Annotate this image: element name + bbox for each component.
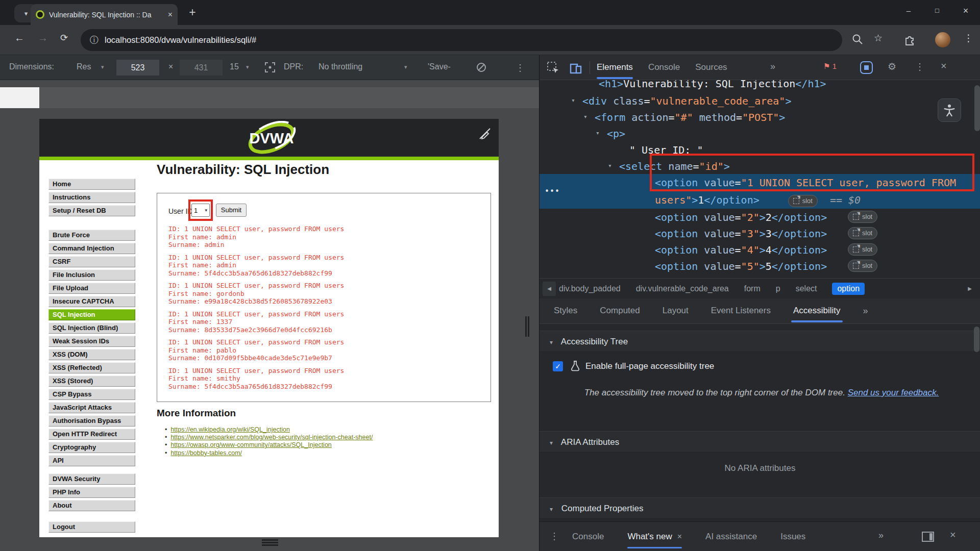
bookmark-star-icon[interactable]: ☆ — [874, 32, 883, 44]
dom-tree-row[interactable]: <option value="4">4</option>slot — [540, 241, 980, 258]
close-window-button[interactable]: × — [951, 0, 980, 22]
theme-toggle-icon[interactable] — [478, 127, 492, 140]
more-pane-tabs-icon[interactable]: » — [863, 298, 868, 323]
row-menu-icon[interactable]: ••• — [545, 183, 560, 199]
breadcrumb-option[interactable]: option — [832, 283, 865, 295]
browser-tab[interactable]: Vulnerability: SQL Injection :: Da × — [31, 4, 178, 25]
menu-item-open-http-redirect[interactable]: Open HTTP Redirect — [48, 429, 135, 440]
menu-item-file-upload[interactable]: File Upload — [48, 283, 135, 294]
section-accessibility-tree[interactable]: ▾ Accessibility Tree — [540, 331, 980, 352]
site-info-icon[interactable]: ⓘ — [90, 34, 99, 46]
throttling-dropdown[interactable]: No throttling — [318, 62, 362, 71]
expand-arrow-icon[interactable]: ▾ — [608, 158, 612, 174]
viewport-resize-handle-bottom[interactable] — [262, 539, 278, 546]
dock-panel-icon[interactable] — [921, 530, 935, 543]
menu-item-csp-bypass[interactable]: CSP Bypass — [48, 389, 135, 400]
menu-item-file-inclusion[interactable]: File Inclusion — [48, 269, 135, 281]
menu-item-api[interactable]: API — [48, 455, 135, 466]
external-link[interactable]: https://en.wikipedia.org/wiki/SQL_inject… — [170, 426, 289, 433]
breadcrumb-p[interactable]: p — [776, 284, 780, 293]
feedback-link[interactable]: Send us your feedback. — [848, 388, 939, 397]
close-drawer-icon[interactable]: × — [950, 529, 956, 541]
breadcrumb-left-icon[interactable]: ◀ — [543, 282, 556, 296]
dom-tree-row[interactable]: <option value="3">3</option>slot — [540, 225, 980, 241]
menu-item-setup-reset-db[interactable]: Setup / Reset DB — [48, 205, 135, 216]
pane-tab-computed[interactable]: Computed — [600, 298, 640, 323]
drawer-tab-console[interactable]: Console — [572, 522, 604, 551]
breadcrumb-right-icon[interactable]: ▶ — [963, 282, 976, 296]
expand-arrow-icon[interactable]: ▾ — [583, 109, 587, 125]
breadcrumb-select[interactable]: select — [796, 284, 817, 293]
slot-badge[interactable]: slot — [848, 227, 877, 239]
menu-item-sql-injection-blind-[interactable]: SQL Injection (Blind) — [48, 322, 135, 334]
pane-scrollbar[interactable] — [974, 327, 979, 352]
dom-tree-row[interactable]: ▾<p> — [540, 125, 980, 141]
section-computed-properties[interactable]: ▾ Computed Properties — [540, 497, 980, 519]
dom-tree-row[interactable]: <option value="5">5</option>slot — [540, 258, 980, 274]
devtools-feature-icon[interactable] — [860, 61, 873, 74]
viewport-resize-handle-right[interactable] — [525, 316, 530, 337]
menu-item-command-injection[interactable]: Command Injection — [48, 243, 135, 254]
fullpage-a11y-checkbox[interactable]: ✓ — [553, 361, 563, 371]
devtools-tab-console[interactable]: Console — [648, 55, 680, 80]
dom-tree-row[interactable]: ▾<form action="#" method="POST"> — [540, 109, 980, 125]
menu-item-php-info[interactable]: PHP Info — [48, 487, 135, 498]
devtools-tab-sources[interactable]: Sources — [695, 55, 727, 80]
profile-avatar[interactable] — [935, 32, 950, 47]
throttling-disabled-icon[interactable] — [476, 62, 487, 73]
slot-badge[interactable]: slot — [848, 211, 877, 223]
menu-item-instructions[interactable]: Instructions — [48, 192, 135, 203]
section-aria-attributes[interactable]: ▾ ARIA Attributes — [540, 431, 980, 453]
viewport-height-input[interactable]: 431 — [180, 60, 223, 76]
more-tabs-icon[interactable]: » — [770, 61, 775, 72]
drawer-menu-icon[interactable]: ⋮ — [550, 531, 559, 542]
expand-arrow-icon[interactable]: ▾ — [596, 125, 600, 141]
accessibility-tree-button[interactable] — [938, 98, 961, 122]
close-icon[interactable]: × — [677, 522, 682, 551]
maximize-button[interactable]: □ — [923, 0, 951, 22]
tab-close-icon[interactable]: × — [168, 10, 173, 19]
pane-tab-styles[interactable]: Styles — [554, 298, 577, 323]
new-tab-button[interactable]: + — [185, 5, 200, 20]
capture-area-icon[interactable] — [264, 62, 276, 73]
slot-badge[interactable]: slot — [788, 195, 818, 207]
breadcrumb-div-vulnerable-code-area[interactable]: div.vulnerable_code_area — [636, 284, 729, 293]
menu-item-home[interactable]: Home — [48, 179, 135, 190]
slot-badge[interactable]: slot — [848, 260, 877, 272]
minimize-button[interactable]: – — [894, 0, 923, 22]
zoom-indicator-icon[interactable] — [851, 33, 864, 45]
external-link[interactable]: https://bobby-tables.com/ — [170, 449, 242, 457]
viewport-width-input[interactable]: 523 — [116, 60, 159, 76]
menu-item-brute-force[interactable]: Brute Force — [48, 230, 135, 241]
breadcrumb-div-body-padded[interactable]: div.body_padded — [559, 284, 621, 293]
devtools-tab-elements[interactable]: Elements — [597, 55, 633, 80]
external-link[interactable]: https://www.netsparker.com/blog/web-secu… — [170, 434, 373, 441]
menu-item-weak-session-ids[interactable]: Weak Session IDs — [48, 336, 135, 347]
drawer-more-tabs-icon[interactable]: » — [878, 530, 884, 541]
menu-item-logout[interactable]: Logout — [48, 521, 135, 533]
submit-button[interactable]: Submit — [216, 204, 247, 217]
inspect-element-icon[interactable] — [547, 61, 560, 74]
extensions-puzzle-icon[interactable] — [903, 34, 916, 46]
breadcrumb-form[interactable]: form — [744, 284, 761, 293]
slot-badge[interactable]: slot — [848, 243, 877, 256]
drawer-tab-ai-assistance[interactable]: AI assistance — [705, 522, 757, 551]
settings-gear-icon[interactable]: ⚙ — [888, 61, 896, 72]
pane-tab-accessibility[interactable]: Accessibility — [793, 298, 841, 323]
save-dropdown[interactable]: 'Save- — [428, 62, 451, 71]
menu-item-xss-stored-[interactable]: XSS (Stored) — [48, 375, 135, 387]
browser-menu-icon[interactable]: ⋮ — [964, 32, 973, 44]
device-toolbar-menu-icon[interactable]: ⋮ — [516, 62, 525, 73]
menu-item-insecure-captcha[interactable]: Insecure CAPTCHA — [48, 296, 135, 307]
back-button[interactable]: ← — [14, 32, 24, 44]
menu-item-sql-injection[interactable]: SQL Injection — [48, 309, 135, 320]
close-devtools-icon[interactable]: × — [941, 60, 947, 72]
menu-item-about[interactable]: About — [48, 500, 135, 511]
menu-item-xss-dom-[interactable]: XSS (DOM) — [48, 349, 135, 360]
expand-arrow-icon[interactable]: ▾ — [571, 92, 575, 109]
pane-tab-event-listeners[interactable]: Event Listeners — [711, 298, 771, 323]
drawer-tab-what-s-new[interactable]: What's new× — [627, 522, 682, 551]
device-preset-dropdown[interactable]: Res — [77, 62, 91, 71]
dom-tree-row[interactable]: ▾<div class="vulnerable_code_area"> — [540, 92, 980, 109]
menu-item-javascript-attacks[interactable]: JavaScript Attacks — [48, 402, 135, 413]
